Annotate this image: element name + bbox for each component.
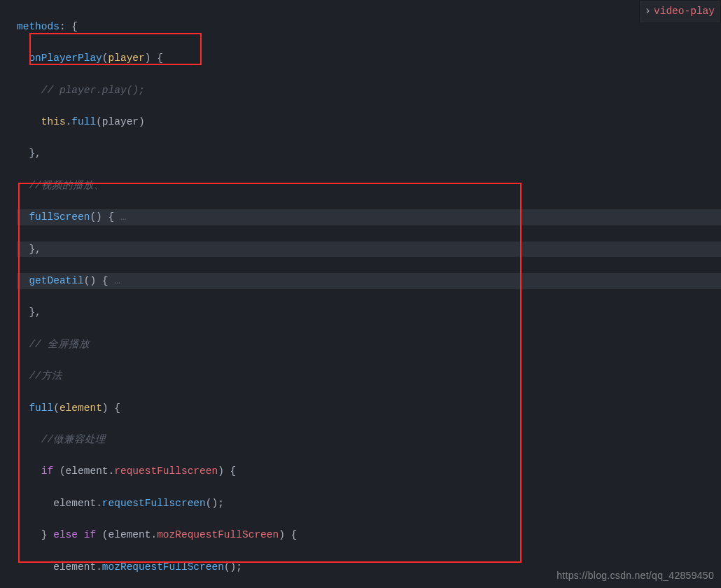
- tab-label: video-play: [654, 4, 715, 20]
- property-name: methods: [17, 21, 59, 32]
- code-line[interactable]: //做兼容处理: [17, 432, 721, 448]
- code-line[interactable]: onPlayerPlay(player) {: [17, 50, 721, 66]
- code-line[interactable]: // player.play();: [17, 83, 721, 99]
- code-line[interactable]: },: [17, 146, 721, 162]
- code-line[interactable]: this.full(player): [17, 114, 721, 130]
- code-line[interactable]: full(element) {: [17, 400, 721, 416]
- code-line[interactable]: fullScreen() { …: [17, 209, 721, 225]
- code-line[interactable]: //视频的播放、: [17, 178, 721, 194]
- code-line[interactable]: if (element.requestFullscreen) {: [17, 463, 721, 479]
- watermark-text: https://blog.csdn.net/qq_42859450: [556, 568, 714, 584]
- search-result-tab[interactable]: › video-play: [639, 0, 721, 23]
- code-editor[interactable]: methods: { onPlayerPlay(player) { // pla…: [0, 0, 721, 588]
- method-name: onPlayerPlay: [29, 52, 102, 64]
- code-line[interactable]: getDeatil() { …: [17, 273, 721, 289]
- code-line[interactable]: },: [17, 241, 721, 258]
- code-line[interactable]: // 全屏播放: [17, 337, 721, 353]
- code-line[interactable]: },: [17, 304, 721, 321]
- code-line[interactable]: } else if (element.mozRequestFullScreen)…: [17, 527, 721, 543]
- code-line[interactable]: element.requestFullscreen();: [17, 496, 721, 512]
- code-line[interactable]: //方法: [17, 368, 721, 384]
- code-line[interactable]: methods: {: [17, 19, 721, 35]
- chevron-right-icon: ›: [644, 4, 651, 20]
